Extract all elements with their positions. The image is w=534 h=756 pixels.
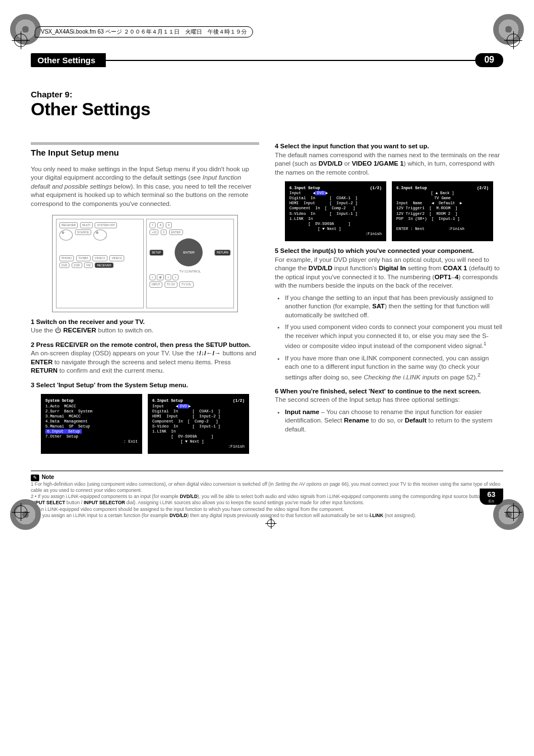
book-fm-label: VSX_AX4ASi.book.fm 63 ページ ２００６年４月１１日 火曜日…	[35, 26, 253, 37]
step-5-heading: 5 Select the input(s) to which you've co…	[275, 247, 503, 256]
note-label: Note	[41, 474, 54, 480]
page-lang: En	[488, 499, 495, 504]
section-title: The Input Setup menu	[31, 147, 259, 158]
remote-button-label: PHONO	[59, 255, 74, 261]
remote-button-label: MULTI	[80, 222, 93, 228]
step-5-bullets: If you change the setting to an input th…	[275, 294, 503, 382]
remote-button-label: TV CH	[165, 281, 177, 288]
step-6-body: The second screen of the Input setup has…	[275, 396, 503, 405]
right-column: 4 Select the input function that you wan…	[275, 137, 503, 458]
page-number: 63	[488, 490, 495, 499]
remote-button-label: 9	[166, 222, 172, 228]
step-5-body: For example, if your DVD player only has…	[275, 256, 503, 290]
step-1-heading: 1 Switch on the receiver and your TV.	[31, 318, 259, 327]
step-6-bullets: Input name – You can choose to rename th…	[275, 408, 503, 434]
footnote-1: 1 For high-definition video (using compo…	[31, 481, 503, 494]
registration-mark	[14, 34, 27, 47]
remote-button-label: RECEIVER	[95, 262, 114, 269]
chapter-number-badge: 09	[475, 53, 503, 67]
footnote-4: • If you assign an i.LINK input to a cer…	[31, 513, 503, 519]
left-column: The Input Setup menu You only need to ma…	[31, 137, 259, 458]
remote-diagram: RECEIVER MULTI SYSTEM OFF ⏻ SOURCE ⏻ PHO…	[52, 215, 238, 312]
step-6-heading: 6 When you're finished, select 'Next' to…	[275, 387, 503, 396]
list-item: If you used component video cords to con…	[285, 323, 503, 350]
list-item: Input name – You can choose to rename th…	[285, 408, 503, 434]
step-1-body: Use the ⏻ RECEIVER button to switch on.	[31, 326, 259, 335]
step-4-heading: 4 Select the input function that you wan…	[275, 142, 503, 151]
osd-input-setup-2: 6.Input Setup(2/2) [ ▲ Back ] TV Game In…	[392, 181, 493, 241]
remote-button-label: SYSTEM OFF	[95, 222, 117, 228]
remote-left-panel: RECEIVER MULTI SYSTEM OFF ⏻ SOURCE ⏻ PHO…	[56, 219, 144, 308]
header-rule	[106, 53, 475, 67]
remote-button-label: 0	[161, 229, 167, 236]
step-2-heading: 2 Press RECEIVER on the remote control, …	[31, 341, 259, 350]
step-4-body: The default names correspond with the na…	[275, 151, 503, 177]
section-rule	[31, 142, 259, 145]
registration-mark	[14, 505, 27, 519]
remote-button-label: 8	[157, 222, 163, 228]
osd-input-setup-1: 6.Input Setup(1/2) Input ◀DVD▶ Digital I…	[148, 394, 249, 454]
list-item: If you change the setting to an input th…	[285, 294, 503, 320]
remote-button-label: FM	[84, 262, 92, 269]
list-item: If you have more than one iLINK componen…	[285, 354, 503, 382]
remote-button-label: RECEIVER	[59, 222, 78, 228]
header-title: Other Settings	[31, 53, 106, 67]
registration-mark	[507, 34, 520, 47]
step-3-heading: 3 Select 'Input Setup' from the System S…	[31, 381, 259, 390]
remote-button-label: SOURCE	[75, 229, 91, 236]
registration-mark	[267, 519, 275, 527]
remote-button-label: 7	[149, 222, 156, 228]
footnote-3: • An i.LINK-equipped video component sho…	[31, 506, 503, 513]
page-header: Other Settings 09	[31, 53, 503, 67]
remote-button-label: SETUP	[149, 250, 163, 256]
step-2-body: An on-screen display (OSD) appears on yo…	[31, 349, 259, 375]
intro-paragraph: You only need to make settings in the In…	[31, 165, 259, 209]
osd-system-setup: System Setup 1.Auto MCACC 2.Surr Back Sy…	[41, 394, 142, 454]
remote-button-label: RETURN	[214, 250, 231, 256]
footnote-section: ✎ Note 1 For high-definition video (usin…	[31, 471, 503, 518]
remote-right-panel: 7 8 9 +10 0 ENTER SETUP ENTER RETURN TV …	[146, 219, 234, 308]
page-number-badge: 63 En	[480, 489, 503, 505]
remote-button-label: VIDEO2	[109, 255, 124, 261]
remote-button-label: +10	[149, 229, 158, 236]
remote-button-label: VIDEO1	[92, 255, 107, 261]
osd-input-setup-1b: 6.Input Setup(1/2) Input ◀DVD▶ Digital I…	[285, 181, 386, 241]
remote-button-label: INPUT	[149, 281, 162, 288]
dpad-icon: ENTER	[175, 238, 203, 266]
remote-button-label: DVD	[59, 262, 70, 269]
tv-control-label: TV CONTROL	[149, 269, 231, 274]
chapter-title: Other Settings	[31, 99, 503, 120]
remote-button-label: ENTER	[169, 229, 183, 236]
footnote-2: 2 • If you assign i.LINK-equipped compon…	[31, 494, 503, 506]
registration-mark	[507, 505, 520, 519]
chapter-label: Chapter 9:	[31, 90, 503, 99]
remote-button-label: DVR	[72, 262, 82, 269]
remote-button-label: TV/SBX	[76, 255, 91, 261]
remote-button-label: TV VOL	[179, 281, 194, 288]
note-icon: ✎	[31, 475, 39, 481]
